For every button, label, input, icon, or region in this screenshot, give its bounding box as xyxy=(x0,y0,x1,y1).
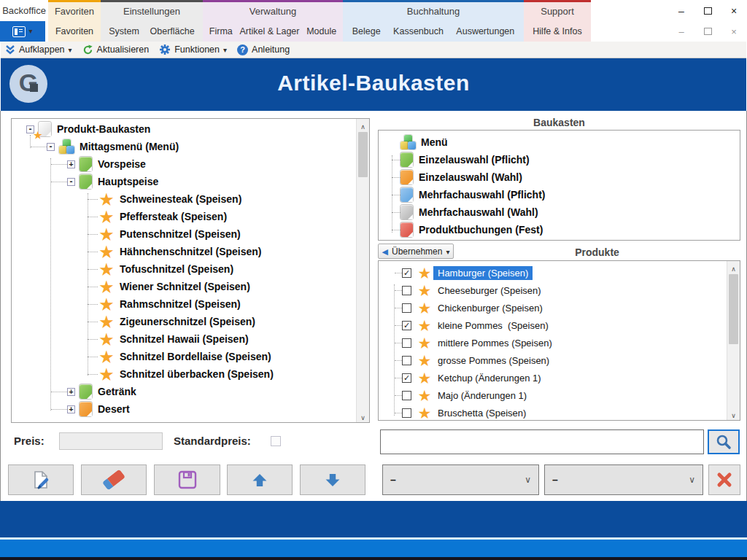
tab-einstellungen[interactable]: Einstellungen xyxy=(101,2,203,21)
ribbon-item-firma[interactable]: Firma xyxy=(209,26,233,36)
filter-dropdown-2[interactable]: – xyxy=(544,464,703,495)
filter-dropdown-1[interactable]: – xyxy=(382,464,539,495)
produkt-row[interactable]: mittlere Pommes (Speisen) xyxy=(379,334,727,351)
ribbon-item-hilfe-infos[interactable]: Hilfe & Infos xyxy=(533,26,581,36)
tab-support[interactable]: Support xyxy=(524,2,591,21)
checkbox-unchecked[interactable] xyxy=(402,303,411,313)
ribbon-item-oberflaeche[interactable]: Oberfläche xyxy=(150,26,195,36)
baukasten-item-menu[interactable]: Menü xyxy=(379,133,738,151)
baukasten-item-label: Mehrfachauswahl (Pflicht) xyxy=(419,189,545,201)
ribbon-item-artikel-lager[interactable]: Artikel & Lager xyxy=(239,26,299,36)
move-down-button[interactable] xyxy=(300,464,365,495)
preis-input[interactable] xyxy=(59,432,163,450)
tree-item-product[interactable]: Hähnchenschnitzel (Speisen) xyxy=(12,243,357,260)
expand-icon[interactable]: + xyxy=(67,388,75,396)
star-icon xyxy=(416,370,433,386)
produkte-list: ✓Hamburger (Speisen) Cheeseburger (Speis… xyxy=(379,264,727,420)
ribbon-item-system[interactable]: System xyxy=(109,26,139,36)
checkbox-unchecked[interactable] xyxy=(402,338,411,348)
search-button[interactable] xyxy=(708,429,740,454)
produkt-row[interactable]: Bruschetta (Speisen) xyxy=(379,404,727,420)
anleitung-button[interactable]: Anleitung xyxy=(237,44,290,55)
produkt-label: grosse Pommes (Speisen) xyxy=(433,354,554,368)
minimize-button[interactable]: – xyxy=(676,6,687,16)
tree-item-product[interactable]: Pfeffersteak (Speisen) xyxy=(12,208,357,225)
produkt-row[interactable]: Cheeseburger (Speisen) xyxy=(379,281,727,299)
tree-scrollbar[interactable] xyxy=(356,119,369,422)
tree-item-category[interactable]: - Hauptspeise xyxy=(12,173,357,190)
checkbox-checked[interactable]: ✓ xyxy=(402,268,411,278)
checkbox-unchecked[interactable] xyxy=(402,286,411,295)
tree-item-product[interactable]: Schnitzel überbacken (Speisen) xyxy=(12,365,357,383)
tree-item-product[interactable]: Wiener Schnitzel (Speisen) xyxy=(12,278,357,295)
close-button-inner[interactable]: × xyxy=(728,27,740,36)
expand-icon[interactable]: + xyxy=(67,160,75,168)
tree-guide-line xyxy=(50,158,51,411)
ribbon-item-auswertungen[interactable]: Auswertungen xyxy=(456,26,514,36)
search-input[interactable] xyxy=(380,429,704,454)
tree-item-menu[interactable]: - Mittagsmenü (Menü) xyxy=(12,138,357,155)
tree-item-product[interactable]: Rahmschnitzel (Speisen) xyxy=(12,295,357,313)
maximize-button[interactable] xyxy=(702,6,713,16)
expand-icon[interactable]: + xyxy=(67,405,75,413)
uebernehmen-button[interactable]: Übernehmen xyxy=(378,244,454,259)
tree-item-product[interactable]: Schweinesteak (Speisen) xyxy=(12,190,357,208)
produkt-row[interactable]: Chickenburger (Speisen) xyxy=(379,299,727,316)
aufklappen-button[interactable]: Aufklappen xyxy=(5,44,72,55)
tree-item-category[interactable]: + Vorspeise xyxy=(12,155,357,173)
save-button[interactable] xyxy=(154,464,220,495)
funktionen-button[interactable]: Funktionen xyxy=(159,44,227,55)
tree-item-category[interactable]: + Getränk xyxy=(12,383,357,400)
produkt-row[interactable]: grosse Pommes (Speisen) xyxy=(379,351,727,369)
produkt-row[interactable]: Majo (Änderungen 1) xyxy=(379,386,727,404)
ribbon-item-module[interactable]: Module xyxy=(306,26,336,36)
tab-backoffice[interactable]: Backoffice xyxy=(0,0,48,21)
checkbox-checked[interactable]: ✓ xyxy=(402,373,411,383)
collapse-icon[interactable]: - xyxy=(67,178,75,186)
move-up-button[interactable] xyxy=(227,464,293,495)
app-menu-button[interactable] xyxy=(0,21,45,42)
maximize-button-inner[interactable] xyxy=(702,27,713,36)
tab-favoriten[interactable]: Favoriten xyxy=(48,2,101,21)
ribbon-item-kassenbuch[interactable]: Kassenbuch xyxy=(393,26,444,36)
ribbon-item-favoriten[interactable]: Favoriten xyxy=(55,26,93,36)
tree-item-product[interactable]: Zigeunerschnitzel (Speisen) xyxy=(12,313,357,330)
scroll-up-icon[interactable] xyxy=(357,119,369,131)
scroll-thumb[interactable] xyxy=(729,274,738,344)
baukasten-item[interactable]: Produktbuchungen (Fest) xyxy=(379,221,738,238)
checkbox-unchecked[interactable] xyxy=(402,356,411,365)
new-entry-button[interactable] xyxy=(8,464,74,495)
delete-button[interactable] xyxy=(81,464,147,495)
checkbox-unchecked[interactable] xyxy=(402,391,411,400)
produkte-scrollbar[interactable] xyxy=(727,261,740,420)
tab-verwaltung[interactable]: Verwaltung xyxy=(203,2,343,21)
scroll-thumb[interactable] xyxy=(358,132,368,177)
ribbon-item-belege[interactable]: Belege xyxy=(352,26,381,36)
scroll-down-icon[interactable] xyxy=(357,410,369,422)
tree-item-product[interactable]: Tofuschnitzel (Speisen) xyxy=(12,260,357,278)
close-button[interactable]: × xyxy=(728,6,740,16)
app-window: Backoffice Favoriten Favoriten Einstellu… xyxy=(0,0,747,560)
baukasten-item[interactable]: Mehrfachauswahl (Wahl) xyxy=(379,203,738,221)
checkbox-checked[interactable]: ✓ xyxy=(402,321,411,330)
produkt-row[interactable]: ✓Ketchup (Änderungen 1) xyxy=(379,369,727,386)
aktualisieren-button[interactable]: Aktualisieren xyxy=(82,44,150,55)
baukasten-item[interactable]: Mehrfachauswahl (Pflicht) xyxy=(379,186,738,203)
baukasten-item[interactable]: Einzelauswahl (Pflicht) xyxy=(379,151,738,168)
tree-item-product[interactable]: Schnitzel Hawaii (Speisen) xyxy=(12,330,357,348)
collapse-icon[interactable]: - xyxy=(47,143,55,151)
standardpreis-checkbox[interactable] xyxy=(271,436,281,446)
tab-buchhaltung[interactable]: Buchhaltung xyxy=(343,2,524,21)
baukasten-item[interactable]: Einzelauswahl (Wahl) xyxy=(379,168,738,186)
checkbox-unchecked[interactable] xyxy=(402,408,411,418)
produkt-row[interactable]: ✓kleine Pommes (Speisen) xyxy=(379,316,727,334)
tree-item-category[interactable]: + Desert xyxy=(12,400,357,418)
tree-item-root[interactable]: - Produkt-Baukasten xyxy=(12,120,357,138)
scroll-down-icon[interactable] xyxy=(727,408,740,420)
produkt-row[interactable]: ✓Hamburger (Speisen) xyxy=(379,264,727,281)
clear-button[interactable] xyxy=(708,464,740,495)
tree-item-product[interactable]: Putenschnitzel (Speisen) xyxy=(12,225,357,243)
scroll-up-icon[interactable] xyxy=(727,261,740,273)
tree-item-product[interactable]: Schnitzel Bordellaise (Speisen) xyxy=(12,348,357,365)
minimize-button-inner[interactable]: – xyxy=(676,27,687,36)
